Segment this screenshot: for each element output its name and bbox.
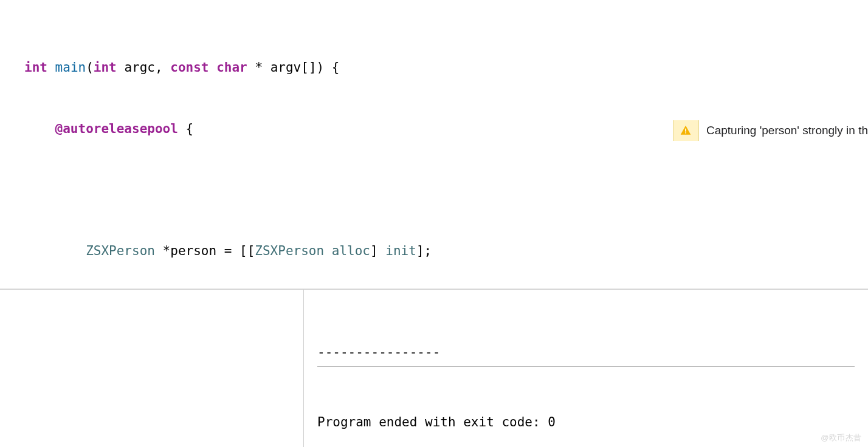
svg-rect-0 — [686, 129, 687, 132]
code-area: int main(int argc, const char * argv[]) … — [0, 0, 868, 289]
console-line: ---------------- — [317, 342, 855, 367]
watermark: @欧币杰昔 — [821, 432, 862, 443]
keyword-int: int — [94, 60, 117, 75]
selector-alloc: alloc — [332, 244, 370, 258]
source-editor[interactable]: int main(int argc, const char * argv[]) … — [0, 0, 868, 289]
code-line — [24, 180, 868, 200]
code-line: ZSXPerson *person = [[ZSXPerson alloc] i… — [24, 241, 868, 262]
debug-area: ---------------- Program ended with exit… — [0, 289, 868, 447]
type-zsxperson: ZSXPerson — [86, 244, 155, 258]
warning-text: Capturing 'person' strongly in th — [698, 120, 868, 141]
console-exit-line: Program ended with exit code: 0 — [317, 412, 855, 432]
svg-rect-1 — [686, 132, 687, 134]
keyword-int: int — [24, 60, 47, 75]
selector-init: init — [385, 244, 416, 258]
code-line: int main(int argc, const char * argv[]) … — [24, 58, 868, 78]
keyword-autoreleasepool: @autoreleasepool — [55, 121, 178, 136]
keyword-const: const — [170, 60, 208, 75]
warning-icon — [673, 120, 698, 141]
keyword-char: char — [216, 60, 247, 75]
function-main: main — [55, 60, 86, 75]
variables-view[interactable] — [0, 290, 304, 447]
warning-banner[interactable]: Capturing 'person' strongly in th — [673, 120, 868, 141]
console-output[interactable]: ---------------- Program ended with exit… — [304, 290, 868, 447]
